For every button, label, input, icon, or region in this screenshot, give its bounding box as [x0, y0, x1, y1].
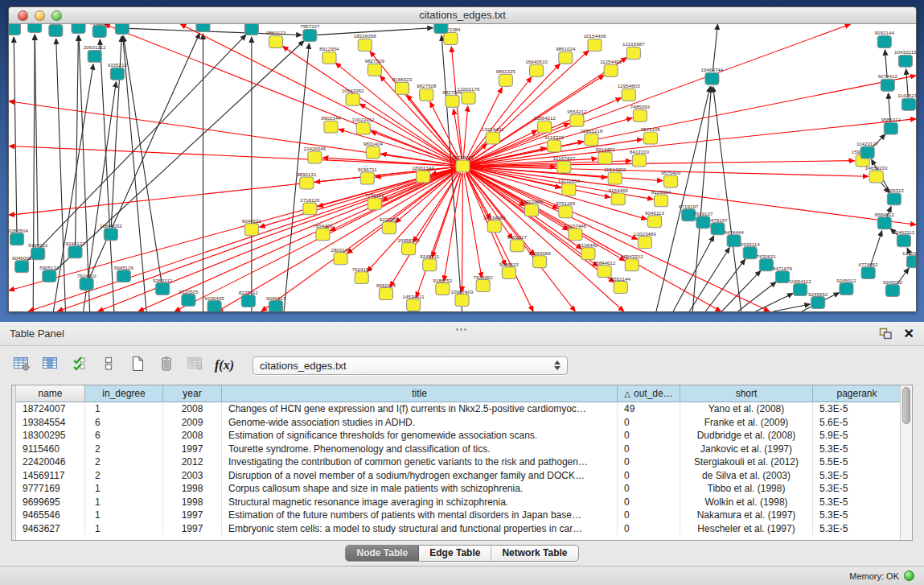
- graph-node[interactable]: 9914452: [595, 146, 615, 164]
- panel-splitter-handle[interactable]: [455, 320, 468, 325]
- graph-node[interactable]: 15958704: [397, 237, 420, 255]
- table-row[interactable]: 1872400712008Changes of HCN gene express…: [16, 402, 900, 416]
- graph-node[interactable]: 14534411: [402, 294, 425, 311]
- graph-node[interactable]: 6774052: [858, 262, 878, 279]
- float-panel-icon[interactable]: [879, 328, 893, 340]
- graph-node[interactable]: 9046531: [242, 218, 262, 236]
- graph-node[interactable]: 9245652: [808, 291, 828, 309]
- create-column-button[interactable]: [125, 353, 150, 377]
- graph-node[interactable]: 9860123: [266, 30, 286, 47]
- graph-node[interactable]: 10654066: [528, 250, 551, 268]
- graph-node[interactable]: 9861325: [496, 68, 516, 86]
- graph-node[interactable]: 8130304: [193, 24, 213, 31]
- graph-node[interactable]: 10362218: [581, 128, 603, 146]
- network-window-titlebar[interactable]: citations_edges.txt: [9, 7, 916, 24]
- graph-node[interactable]: 7932212: [90, 24, 110, 37]
- graph-node[interactable]: 9246122: [65, 241, 85, 258]
- graph-node[interactable]: 11254493: [600, 59, 622, 76]
- zoom-button[interactable]: [51, 10, 62, 21]
- table-row[interactable]: 946362711997Embryonic stem cells: a mode…: [16, 522, 900, 536]
- graph-node[interactable]: 9945126: [114, 265, 134, 282]
- column-header-out_degree[interactable]: △out_de…: [618, 385, 680, 402]
- select-all-button[interactable]: [68, 353, 92, 377]
- graph-node[interactable]: 10844032: [100, 223, 122, 241]
- graph-node[interactable]: 8186323: [392, 76, 413, 94]
- graph-node[interactable]: 14659233: [865, 165, 888, 183]
- graph-node[interactable]: 9585312: [881, 117, 901, 134]
- graph-node[interactable]: 9222203: [380, 216, 400, 234]
- column-visibility-button[interactable]: [39, 353, 63, 377]
- table-mode-button[interactable]: [10, 353, 34, 377]
- graph-node[interactable]: 7924052: [474, 274, 494, 292]
- graph-node[interactable]: 9092103: [25, 24, 45, 32]
- graph-node[interactable]: 11415212: [897, 93, 916, 110]
- graph-node[interactable]: 9245211: [420, 253, 439, 271]
- graph-node[interactable]: 9552144: [611, 276, 631, 294]
- table-row[interactable]: 1456911722003Disruption of a novel membe…: [16, 469, 900, 483]
- close-panel-icon[interactable]: ✕: [904, 328, 914, 340]
- tab-edge-table[interactable]: Edge Table: [419, 546, 491, 561]
- graph-node[interactable]: 9046317: [266, 295, 286, 311]
- graph-node[interactable]: 10462112: [893, 229, 915, 247]
- graph-node[interactable]: 9554212: [567, 109, 587, 126]
- function-builder-button[interactable]: f(x): [212, 353, 236, 377]
- table-row[interactable]: 2242004622012Investigating the contribut…: [16, 455, 900, 469]
- graph-node[interactable]: 9827546: [442, 89, 462, 107]
- graph-node[interactable]: 9245032: [883, 279, 903, 297]
- graph-node[interactable]: 9046522: [499, 262, 519, 279]
- column-header-name[interactable]: name: [16, 385, 85, 402]
- graph-node[interactable]: 10154408: [584, 33, 606, 51]
- deselect-all-button[interactable]: [97, 353, 121, 377]
- minimize-button[interactable]: [35, 10, 45, 21]
- graph-node[interactable]: 16940510: [525, 59, 548, 76]
- graph-node[interactable]: 9474410: [68, 24, 88, 33]
- graph-node[interactable]: 14534485: [483, 215, 506, 233]
- graph-node[interactable]: 9155212: [108, 62, 128, 80]
- graph-node[interactable]: 9360212: [153, 278, 173, 295]
- graph-node[interactable]: 2520505: [179, 289, 199, 307]
- graph-node[interactable]: 8413310: [630, 149, 650, 167]
- graph-node[interactable]: 8751265: [556, 200, 576, 218]
- graph-node[interactable]: 9186752: [433, 278, 453, 295]
- graph-node[interactable]: 20260504: [9, 228, 28, 245]
- citation-network-graph[interactable]: 18724007 9860123 8912954 18226058 982750…: [9, 24, 916, 311]
- table-row[interactable]: 1938455462009Genome-wide association stu…: [16, 416, 900, 430]
- graph-node[interactable]: 9575105: [641, 126, 661, 144]
- graph-node[interactable]: 5905131: [39, 265, 60, 282]
- table-row[interactable]: 1830029562008Estimation of significance …: [16, 429, 900, 443]
- graph-node[interactable]: 18226058: [354, 33, 376, 51]
- graph-node[interactable]: 9245012: [836, 278, 856, 295]
- table-row[interactable]: 977716911998Corpus callosum shape and si…: [16, 482, 900, 496]
- graph-node[interactable]: 7732112: [365, 192, 384, 210]
- graph-node[interactable]: 12103054: [902, 250, 916, 268]
- graph-node[interactable]: 9462217: [507, 234, 528, 252]
- graph-node[interactable]: 9584612: [875, 212, 895, 229]
- graph-node[interactable]: 8136442: [578, 242, 598, 260]
- delete-table-button[interactable]: [183, 353, 207, 377]
- graph-node[interactable]: 8912954: [319, 46, 339, 64]
- graph-node[interactable]: 9046113: [645, 210, 664, 228]
- graph-node[interactable]: 9118322: [544, 134, 564, 152]
- graph-node[interactable]: 20631212: [84, 44, 106, 62]
- graph-node[interactable]: 9092144: [875, 30, 895, 47]
- graph-node[interactable]: 11544093: [604, 167, 626, 184]
- graph-node[interactable]: 9861024: [556, 46, 576, 64]
- graph-node[interactable]: 10943312: [621, 253, 643, 271]
- table-selector-dropdown[interactable]: citations_edges.txt: [253, 356, 568, 375]
- graph-node[interactable]: 9155405: [204, 295, 224, 311]
- graph-node[interactable]: 10967403: [451, 289, 474, 307]
- column-header-in_degree[interactable]: in_degree: [85, 385, 163, 402]
- graph-node[interactable]: 7654403: [313, 223, 333, 241]
- graph-node[interactable]: 9890131: [297, 171, 317, 189]
- scrollbar-thumb[interactable]: [902, 387, 910, 424]
- table-row[interactable]: 911546021997Tourette syndrome. Phenomeno…: [16, 443, 900, 456]
- column-header-pagerank[interactable]: pagerank: [813, 385, 900, 402]
- graph-node[interactable]: 12202406: [520, 199, 543, 216]
- graph-node[interactable]: 22420046: [303, 146, 326, 163]
- network-graph-canvas[interactable]: 18724007 9860123 8912954 18226058 982750…: [9, 24, 916, 311]
- graph-node[interactable]: 9046002: [12, 255, 32, 273]
- tab-network-table[interactable]: Network Table: [491, 546, 577, 561]
- graph-node[interactable]: 10432215: [894, 49, 916, 67]
- graph-node[interactable]: 8223412: [239, 290, 259, 307]
- tab-node-table[interactable]: Node Table: [346, 546, 419, 561]
